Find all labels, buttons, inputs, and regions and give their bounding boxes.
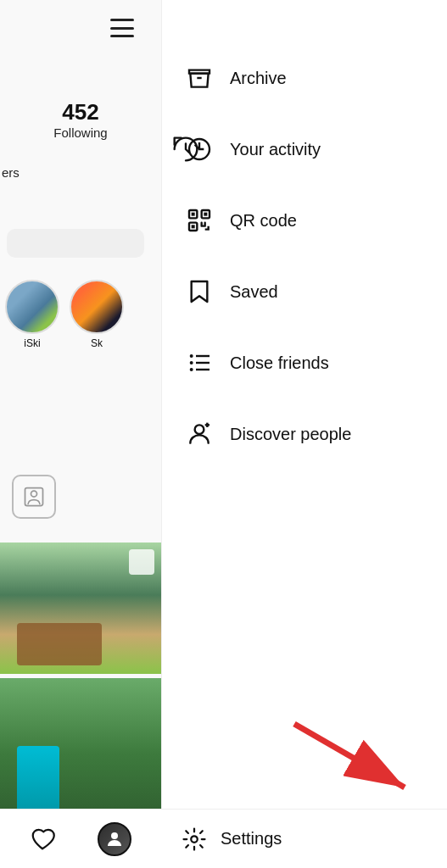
svg-line-19 <box>294 724 405 787</box>
archive-label: Archive <box>230 69 287 88</box>
person-icon <box>22 485 46 509</box>
menu-list: Archive Your activity <box>162 0 447 470</box>
person-icon-area <box>12 475 56 519</box>
hamburger-line-1 <box>110 19 134 21</box>
photo-thumb <box>129 549 154 575</box>
menu-item-saved[interactable]: Saved <box>162 256 447 327</box>
story-item-iski[interactable]: iSki <box>3 280 61 349</box>
discover-people-icon <box>182 417 216 451</box>
heart-icon[interactable] <box>30 826 55 852</box>
followers-label: ers <box>2 165 20 180</box>
story-circles: iSki Sk <box>3 280 126 349</box>
svg-rect-7 <box>204 213 207 216</box>
search-bar[interactable] <box>7 229 144 258</box>
close-friends-label: Close friends <box>230 353 329 373</box>
qr-code-label: QR code <box>230 211 297 231</box>
menu-item-archive[interactable]: Archive <box>162 42 447 114</box>
story-item-sk[interactable]: Sk <box>68 280 126 349</box>
story-label-iski: iSki <box>24 337 40 349</box>
svg-point-1 <box>31 491 37 497</box>
svg-rect-8 <box>192 225 195 228</box>
menu-item-discover-people[interactable]: Discover people <box>162 398 447 470</box>
photo-dock <box>0 542 161 674</box>
bottom-left-icons <box>0 822 161 856</box>
following-stats: 452 Following <box>8 99 153 140</box>
saved-label: Saved <box>230 282 278 302</box>
svg-point-10 <box>190 361 193 364</box>
bottom-right-settings[interactable]: Settings <box>161 826 447 852</box>
saved-icon <box>182 275 216 309</box>
bottom-bar: Settings <box>0 809 447 868</box>
hamburger-line-3 <box>110 35 134 37</box>
menu-item-close-friends[interactable]: Close friends <box>162 327 447 398</box>
activity-icon <box>182 132 216 166</box>
story-avatar-iski <box>5 280 59 334</box>
story-label-sk: Sk <box>91 337 103 349</box>
settings-label: Settings <box>221 829 282 849</box>
hamburger-button[interactable] <box>110 15 144 41</box>
person-silhouette <box>17 746 59 814</box>
red-arrow <box>286 715 422 800</box>
discover-people-label: Discover people <box>230 425 351 444</box>
following-label: Following <box>8 125 153 140</box>
svg-point-21 <box>191 836 198 843</box>
profile-icon <box>104 829 125 849</box>
profile-button[interactable] <box>98 822 131 856</box>
svg-rect-6 <box>192 213 195 216</box>
photo-person <box>0 678 161 831</box>
following-number: 452 <box>8 99 153 125</box>
svg-point-20 <box>111 832 118 839</box>
svg-point-11 <box>190 368 193 371</box>
hamburger-line-2 <box>110 27 134 30</box>
dock-element <box>17 623 102 665</box>
svg-point-9 <box>190 354 193 358</box>
your-activity-label: Your activity <box>230 140 321 159</box>
story-avatar-sk <box>70 280 124 334</box>
qr-icon <box>182 203 216 237</box>
menu-item-your-activity[interactable]: Your activity <box>162 114 447 185</box>
menu-item-qr-code[interactable]: QR code <box>162 185 447 256</box>
archive-icon <box>182 61 216 95</box>
settings-icon <box>182 826 207 852</box>
left-panel: 452 Following ers iSki Sk <box>0 0 161 868</box>
close-friends-icon <box>182 346 216 380</box>
svg-point-15 <box>195 425 204 434</box>
